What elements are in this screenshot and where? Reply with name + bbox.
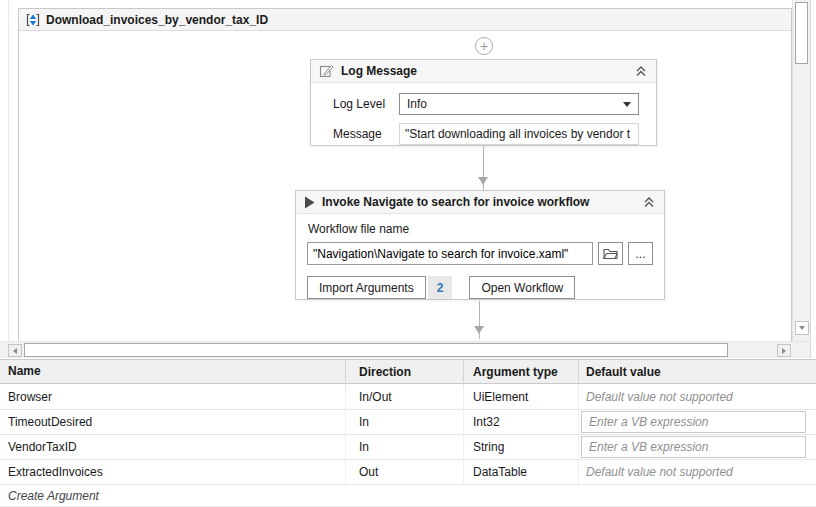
panel-left-border	[8, 0, 9, 341]
arguments-count-badge: 2	[428, 276, 453, 299]
argument-direction-cell[interactable]: In/Out	[345, 385, 463, 409]
workflow-file-input[interactable]	[307, 242, 593, 265]
add-activity-button[interactable]: +	[475, 37, 493, 55]
column-header-direction: Direction	[345, 360, 463, 385]
argument-name-cell[interactable]: VendorTaxID	[0, 435, 345, 459]
argument-type-cell[interactable]: DataTable	[463, 460, 578, 484]
triangle-right-icon	[782, 348, 789, 354]
default-value-input[interactable]	[581, 411, 806, 433]
invoke-workflow-body: Workflow file name ... Import Arguments …	[296, 214, 664, 299]
collapse-chevron-icon[interactable]	[642, 195, 656, 209]
argument-direction-cell[interactable]: In	[345, 410, 463, 434]
scroll-down-button[interactable]	[795, 321, 809, 335]
column-header-default-value: Default value	[578, 360, 816, 385]
triangle-down-icon	[799, 326, 805, 333]
argument-name-cell[interactable]: Browser	[0, 385, 345, 409]
browse-folder-button[interactable]	[598, 242, 623, 265]
log-level-value: Info	[407, 97, 623, 111]
chevron-down-icon	[623, 102, 631, 111]
argument-row-timeoutdesired: TimeoutDesired In Int32	[0, 410, 816, 435]
import-arguments-button[interactable]: Import Arguments	[307, 276, 426, 299]
default-value-not-supported: Default value not supported	[578, 460, 816, 484]
default-value-not-supported: Default value not supported	[578, 385, 816, 409]
log-message-activity[interactable]: Log Message Log Level Info Message	[310, 59, 657, 146]
column-header-name: Name	[0, 360, 345, 383]
message-input[interactable]	[399, 123, 639, 145]
ellipsis-button[interactable]: ...	[628, 242, 653, 265]
argument-row-vendortaxid: VendorTaxID In String	[0, 435, 816, 460]
invoke-play-icon	[304, 196, 315, 209]
sequence-header[interactable]: Download_invoices_by_vendor_tax_ID	[19, 9, 791, 31]
plus-icon: +	[480, 39, 488, 53]
scroll-right-button[interactable]	[777, 344, 791, 357]
argument-name-cell[interactable]: TimeoutDesired	[0, 410, 345, 434]
invoke-workflow-activity[interactable]: Invoke Navigate to search for invoice wo…	[295, 190, 665, 300]
log-message-body: Log Level Info Message	[311, 83, 656, 145]
vertical-scrollbar-thumb[interactable]	[795, 2, 808, 64]
argument-direction-cell[interactable]: In	[345, 435, 463, 459]
message-label: Message	[333, 127, 399, 141]
right-panel-edge	[810, 0, 816, 358]
invoke-workflow-header[interactable]: Invoke Navigate to search for invoice wo…	[296, 191, 664, 214]
sequence-icon	[26, 13, 40, 27]
uipath-designer-screen: Download_invoices_by_vendor_tax_ID + Log…	[0, 0, 816, 507]
open-workflow-button[interactable]: Open Workflow	[469, 276, 575, 299]
workflow-file-name-label: Workflow file name	[308, 222, 653, 236]
log-message-icon	[319, 64, 334, 78]
create-argument-row[interactable]: Create Argument	[0, 485, 816, 507]
workflow-designer-canvas: Download_invoices_by_vendor_tax_ID + Log…	[0, 0, 816, 341]
vertical-scrollbar[interactable]	[792, 0, 810, 341]
arguments-table-body: Browser In/Out UiElement Default value n…	[0, 385, 816, 507]
argument-row-browser: Browser In/Out UiElement Default value n…	[0, 385, 816, 410]
horizontal-scrollbar[interactable]	[0, 341, 810, 358]
log-message-header[interactable]: Log Message	[311, 60, 656, 83]
argument-direction-cell[interactable]: Out	[345, 460, 463, 484]
horizontal-scrollbar-thumb[interactable]	[24, 343, 728, 357]
argument-row-extractedinvoices: ExtractedInvoices Out DataTable Default …	[0, 460, 816, 485]
default-value-input[interactable]	[581, 436, 806, 458]
argument-name-cell[interactable]: ExtractedInvoices	[0, 460, 345, 484]
log-message-title: Log Message	[341, 64, 627, 78]
argument-type-cell[interactable]: String	[463, 435, 578, 459]
argument-type-cell[interactable]: UiElement	[463, 385, 578, 409]
triangle-left-icon	[10, 348, 17, 354]
column-header-argument-type: Argument type	[463, 360, 578, 385]
log-level-label: Log Level	[333, 97, 399, 111]
flow-arrow	[479, 301, 480, 339]
arguments-panel: Name Direction Argument type Default val…	[0, 358, 816, 507]
argument-type-cell[interactable]: Int32	[463, 410, 578, 434]
arguments-table-header: Name Direction Argument type Default val…	[0, 359, 816, 384]
collapse-chevron-icon[interactable]	[634, 64, 648, 78]
log-level-dropdown[interactable]: Info	[399, 93, 639, 115]
invoke-workflow-title: Invoke Navigate to search for invoice wo…	[322, 195, 635, 209]
flow-arrow	[483, 146, 484, 190]
sequence-title: Download_invoices_by_vendor_tax_ID	[46, 13, 268, 27]
scroll-left-button[interactable]	[8, 344, 22, 357]
